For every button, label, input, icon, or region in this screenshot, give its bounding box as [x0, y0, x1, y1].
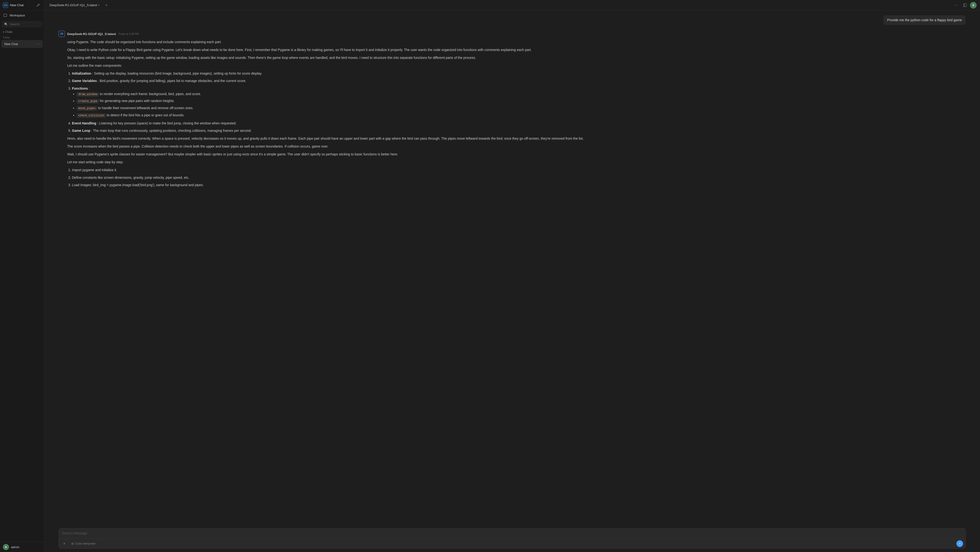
workspace-label: Workspace [10, 14, 25, 17]
model-name-label: DeepSeek-R1-GGUF-IQ1_S:latest [49, 3, 97, 7]
more-icon: ⋯ [955, 3, 958, 7]
assistant-components-list: Initialization : Setting up the display,… [67, 71, 966, 134]
assistant-logo: OI [59, 31, 65, 37]
message-input[interactable] [59, 528, 966, 538]
today-label: Today [0, 35, 44, 40]
sidebar-logo: OI [3, 3, 8, 8]
panel-toggle-button[interactable] [961, 2, 969, 9]
username-label: admin [11, 545, 19, 549]
functions-sub-list: draw_window to render everything each fr… [72, 91, 966, 118]
main-content: DeepSeek-R1-GGUF-IQ1_S:latest ▾ + ⋯ A Pr… [45, 0, 980, 552]
chats-section-toggle[interactable]: ▾ Chats [3, 30, 41, 33]
search-bar[interactable]: 🔍 Search [2, 21, 42, 27]
assistant-thinking-4: The score increases when the bird passes… [67, 144, 966, 149]
assistant-thinking-3: Hmm, also need to handle the bird's move… [67, 136, 966, 142]
assistant-message: OI DeepSeek-R1-GGUF-IQ1_S:latest Today a… [59, 31, 966, 190]
list-item: Game Variables : Bird position, gravity … [72, 78, 966, 84]
user-avatar: A [3, 544, 9, 550]
assistant-time: Today at 2:08 PM [118, 32, 139, 35]
assistant-body: using Pygame. The code should be organiz… [59, 39, 966, 190]
send-button[interactable] [956, 540, 963, 547]
sidebar-new-chat-title: New Chat [10, 3, 33, 7]
user-avatar-topbar[interactable]: A [970, 2, 977, 9]
assistant-thinking-2: So, starting with the basic setup: initi… [67, 55, 966, 60]
list-item: Event Handling : Listening for key press… [72, 121, 966, 126]
chat-item-more-icon[interactable]: ⋯ [36, 42, 40, 46]
list-item: Load images: bird_img = pygame.image.loa… [72, 182, 966, 188]
user-bubble: Provide me the python code for a flappy … [883, 15, 966, 25]
new-chat-edit-button[interactable] [35, 2, 41, 8]
list-item: Import pygame and initialize it. [72, 167, 966, 173]
list-item: draw_window to render everything each fr… [77, 91, 966, 97]
more-options-button[interactable]: ⋯ [953, 2, 960, 9]
code-interpreter-icon: ⊞ [71, 542, 74, 545]
list-item: create_pipe for generating new pipe pair… [77, 98, 966, 104]
code-interpreter-button[interactable]: ⊞ Code Interpreter [69, 541, 97, 546]
search-icon: 🔍 [4, 23, 8, 26]
code-interpreter-label: Code Interpreter [75, 542, 95, 545]
assistant-header: OI DeepSeek-R1-GGUF-IQ1_S:latest Today a… [59, 31, 966, 37]
assistant-code-steps-intro: Let me start writing code step by step: [67, 159, 966, 165]
list-item: Game Loop : The main loop that runs cont… [72, 128, 966, 134]
model-chevron-icon: ▾ [98, 4, 99, 6]
input-area: + ⊞ Code Interpreter [45, 526, 980, 552]
list-item: Initialization : Setting up the display,… [72, 71, 966, 76]
assistant-thinking-1: Okay, I need to write Python code for a … [67, 47, 966, 52]
workspace-item[interactable]: Workspace [0, 11, 44, 20]
chat-item-new-chat[interactable]: New Chat ⋯ [2, 40, 43, 48]
topbar-actions: ⋯ A [953, 2, 977, 9]
chats-section-label: Chats [5, 30, 13, 33]
chat-item-label: New Chat [4, 42, 35, 46]
input-box: + ⊞ Code Interpreter [59, 528, 966, 549]
assistant-thinking-5: Wait, I should use Pygame's sprite class… [67, 151, 966, 157]
input-toolbar: + ⊞ Code Interpreter [59, 539, 966, 549]
model-selector[interactable]: DeepSeek-R1-GGUF-IQ1_S:latest ▾ [48, 2, 101, 8]
chats-section: ▾ Chats [0, 29, 44, 35]
topbar: DeepSeek-R1-GGUF-IQ1_S:latest ▾ + ⋯ A [45, 0, 980, 11]
assistant-intro: using Pygame. The code should be organiz… [67, 39, 966, 45]
sidebar-header: OI New Chat [0, 0, 44, 11]
chat-area: Provide me the python code for a flappy … [45, 11, 980, 526]
list-item: Define constants like screen dimensions,… [72, 175, 966, 180]
list-item: check_collision to detect if the bird hi… [77, 113, 966, 118]
sidebar: OI New Chat Workspace 🔍 Search ▾ Chats T… [0, 0, 45, 552]
user-message: Provide me the python code for a flappy … [59, 15, 966, 25]
bottom-user-section[interactable]: A admin [0, 542, 44, 552]
chats-arrow-icon: ▾ [3, 31, 4, 33]
list-item: Functions : draw_window to render everyt… [72, 86, 966, 118]
search-placeholder-label: Search [10, 22, 19, 26]
list-item: move_pipes to handle their movement left… [77, 105, 966, 111]
assistant-code-steps-list: Import pygame and initialize it. Define … [67, 167, 966, 188]
attach-button[interactable]: + [61, 541, 67, 547]
workspace-icon [3, 13, 8, 17]
assistant-outline-intro: Let me outline the main components: [67, 63, 966, 68]
assistant-name: DeepSeek-R1-GGUF-IQ1_S:latest [67, 32, 116, 36]
add-tab-button[interactable]: + [103, 2, 110, 8]
